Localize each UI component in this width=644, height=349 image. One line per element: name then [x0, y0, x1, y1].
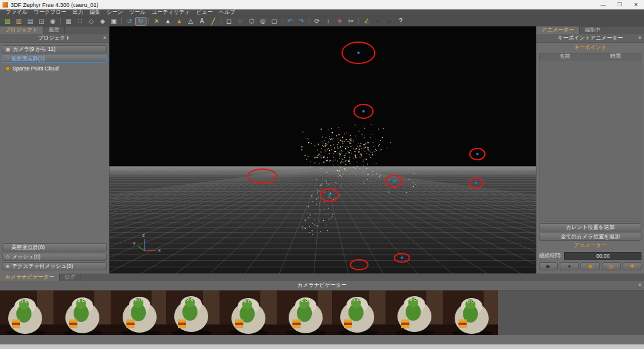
thumbnail-strip: [0, 291, 644, 335]
camera-icon[interactable]: ▣: [108, 17, 119, 26]
redo-icon[interactable]: ↷: [296, 17, 307, 26]
animator-section-title: アニメーター: [539, 241, 641, 251]
menu-workflow[interactable]: ワークフロー: [31, 9, 70, 16]
close-icon[interactable]: ×: [103, 35, 106, 41]
tree-item-mesh[interactable]: ◇メッシュ(0): [2, 253, 107, 261]
new-project-icon[interactable]: ▧: [2, 17, 13, 26]
add-current-position-button[interactable]: カレント位置を追加: [539, 223, 641, 231]
viewport-canvas[interactable]: ZXY: [109, 26, 536, 274]
tab-project[interactable]: プロジェクト: [0, 26, 43, 34]
orbit-view-icon[interactable]: ↻: [135, 17, 147, 26]
shaded-view-icon[interactable]: ▲: [162, 17, 174, 26]
help-icon[interactable]: ?: [395, 17, 406, 26]
mesh-generation-icon[interactable]: ◇: [86, 17, 97, 26]
close-button[interactable]: ✕: [628, 0, 644, 9]
tree-item-sparse-point-cloud[interactable]: Sparse Point Cloud: [2, 64, 107, 73]
settings-button[interactable]: ✱: [623, 262, 641, 270]
workspace-icon[interactable]: ▦: [63, 17, 74, 26]
select-rect-icon[interactable]: ◻: [223, 17, 235, 26]
bounding-box-icon[interactable]: ▢: [269, 17, 280, 26]
play-button[interactable]: ▶: [539, 262, 558, 270]
menu-help[interactable]: ヘルプ: [216, 9, 238, 16]
keyframe-list-button[interactable]: ▤: [602, 262, 621, 270]
tree-item-cameras[interactable]: ▣カメラ(9 から 11): [2, 45, 107, 53]
right-panel-buttons: カレント位置を追加全てのカメラ位置を追加: [539, 222, 641, 241]
tree-item-dense-point-cloud[interactable]: ∷高密度点群(0): [2, 243, 107, 252]
camera-thumbnail-4[interactable]: [166, 291, 221, 335]
camera-thumbnail-6[interactable]: [277, 291, 332, 335]
right-panel-tabs: アニメーター編集中: [536, 26, 644, 34]
open-project-icon[interactable]: ▥: [13, 17, 25, 26]
mesh-icon: ◇: [6, 255, 9, 260]
duration-value[interactable]: 00:00: [564, 252, 641, 260]
select-lasso-icon[interactable]: ◌: [235, 17, 246, 26]
toolbar-separator: [358, 18, 359, 25]
toolbar-separator: [148, 18, 149, 25]
menu-utility[interactable]: ユーティリティ: [148, 9, 193, 16]
menu-file[interactable]: ファイル: [3, 9, 31, 16]
tree-item-sparse-group[interactable]: ∷低密度点群(1): [2, 55, 107, 63]
clipping-icon[interactable]: ✂: [345, 17, 357, 26]
menu-scene[interactable]: シーン: [104, 9, 126, 16]
tab-animator[interactable]: アニメーター: [536, 26, 580, 34]
camera-thumbnail-2[interactable]: [55, 291, 111, 335]
menu-view[interactable]: ビュー: [193, 9, 216, 16]
camera-thumbnail-8[interactable]: [387, 291, 443, 335]
wireframe-view-icon[interactable]: △: [185, 17, 196, 26]
navigator-tabs: カメラナビゲーターログ: [0, 274, 644, 281]
point-cloud-icon: ∷: [6, 57, 9, 62]
toolbar: ▧▥▤◲◉▦∷◇◆▣↺↻☀▲▲△A╱◻◌⬡◎▢↶↷⟳↕✚✂∠⌖∞?: [0, 16, 644, 26]
pick-point-icon[interactable]: ✚: [334, 17, 345, 26]
elevation-icon[interactable]: ↕: [323, 17, 334, 26]
project-panel-header: プロジェクト ×: [0, 34, 109, 43]
record-button[interactable]: ◉: [580, 262, 599, 270]
textured-view-icon[interactable]: ▲: [174, 17, 185, 26]
sparse-cloud-icon[interactable]: ∷: [74, 17, 86, 26]
window-title: 3DF Zephyr Free 4.300 (caeru_01): [11, 2, 99, 8]
select-poly-icon[interactable]: ⬡: [246, 17, 257, 26]
camera-thumbnail-5[interactable]: [221, 291, 277, 335]
select-sphere-icon[interactable]: ◎: [257, 17, 269, 26]
save-project-icon[interactable]: ▤: [25, 17, 36, 26]
tree-item-label: 高密度点群(0): [11, 244, 45, 252]
undo-icon[interactable]: ↶: [284, 17, 296, 26]
animator-panel-title: キーポイントアニメーター: [558, 35, 623, 42]
tab-camera-navigator[interactable]: カメラナビゲーター: [0, 274, 60, 281]
animator-panel-header: キーポイントアニメーター ×: [536, 34, 644, 43]
add-all-camera-positions-button[interactable]: 全てのカメラ位置を追加: [539, 233, 641, 241]
binoculars-icon[interactable]: ⌖: [372, 17, 384, 26]
measure-icon[interactable]: ∠: [361, 17, 372, 26]
rotate-view-icon[interactable]: ↺: [124, 17, 135, 26]
link-icon[interactable]: ∞: [384, 17, 395, 26]
light-icon[interactable]: ☀: [151, 17, 162, 26]
texture-generation-icon[interactable]: ◆: [97, 17, 108, 26]
menu-tools[interactable]: ツール: [126, 9, 149, 16]
camera-thumbnail-7[interactable]: [332, 291, 387, 335]
menu-output[interactable]: 出力: [70, 9, 87, 16]
camera-thumbnail-9[interactable]: [443, 291, 498, 335]
tab-history[interactable]: 履歴: [43, 26, 65, 34]
title-bar: 3DF Zephyr Free 4.300 (caeru_01) — ❐ ✕: [0, 0, 644, 9]
tab-editing[interactable]: 編集中: [580, 26, 607, 34]
menu-edit[interactable]: 編集: [87, 9, 104, 16]
minimize-button[interactable]: —: [595, 0, 611, 9]
tab-log[interactable]: ログ: [60, 274, 81, 281]
screenshot-icon[interactable]: ◉: [47, 17, 58, 26]
camera-thumbnail-1[interactable]: [0, 291, 55, 335]
keypoint-list[interactable]: [539, 60, 641, 222]
tree-item-label: Sparse Point Cloud: [13, 65, 58, 72]
viewport[interactable]: ZXY: [109, 26, 536, 274]
reset-view-icon[interactable]: ⟳: [311, 17, 323, 26]
close-icon[interactable]: ×: [638, 35, 641, 41]
stop-button[interactable]: ●: [560, 262, 579, 270]
camera-thumbnail-3[interactable]: [111, 291, 166, 335]
left-panel-tabs: プロジェクト履歴: [0, 26, 109, 34]
tree-item-textured-mesh[interactable]: ◈テクスチャ付メッシュ(0): [2, 262, 107, 270]
orange-square-icon: [6, 67, 10, 71]
close-icon[interactable]: ×: [638, 282, 641, 288]
import-photos-icon[interactable]: ◲: [36, 17, 47, 26]
annotation-icon[interactable]: A: [196, 17, 208, 26]
toolbar-separator: [60, 18, 61, 25]
maximize-button[interactable]: ❐: [611, 0, 628, 9]
draw-line-icon[interactable]: ╱: [208, 17, 219, 26]
